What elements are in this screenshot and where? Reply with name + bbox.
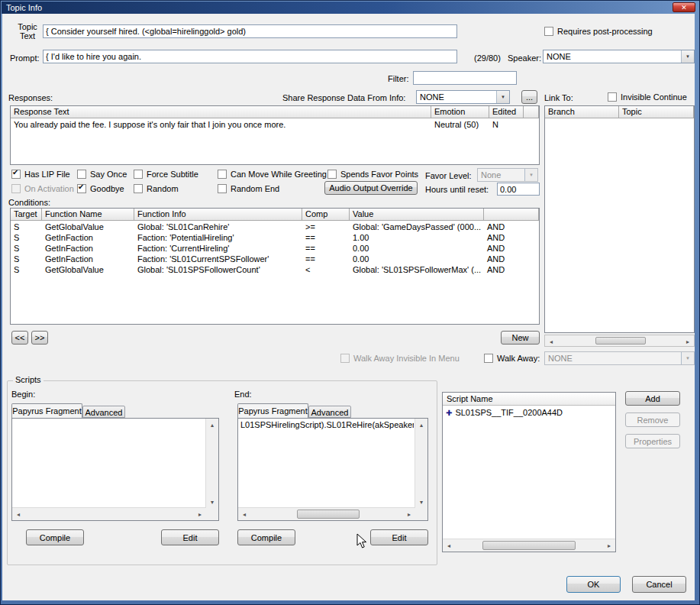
end-fragment-editor[interactable]: L01SPSHirelingScript).SL01ReHire(akSpeak… xyxy=(237,418,428,521)
end-compile-button[interactable]: Compile xyxy=(237,529,295,545)
checkbox-box xyxy=(484,354,493,363)
column-header-branch[interactable]: Branch xyxy=(545,106,619,118)
end-papyrus-fragment-tab[interactable]: Papyrus Fragment xyxy=(237,403,308,418)
script-list-header[interactable]: Script Name xyxy=(443,393,615,406)
speaker-dropdown[interactable]: NONE ▼ xyxy=(543,50,695,63)
prompt-counter: (29/80) xyxy=(474,53,501,63)
spends-favor-points-checkbox[interactable]: Spends Favor Points xyxy=(327,169,418,180)
filter-label: Filter: xyxy=(388,74,409,83)
begin-hscrollbar[interactable]: ◂ ▸ xyxy=(12,507,206,520)
column-header-edited[interactable]: Edited xyxy=(489,106,524,118)
new-condition-button[interactable]: New xyxy=(501,331,540,345)
begin-edit-button[interactable]: Edit xyxy=(161,529,219,545)
scroll-right-icon[interactable]: ▸ xyxy=(194,508,206,520)
random-checkbox[interactable]: Random xyxy=(134,183,179,194)
scroll-left-icon[interactable]: ◂ xyxy=(12,508,24,520)
script-properties-button: Properties xyxy=(625,434,680,448)
column-header-emotion[interactable]: Emotion xyxy=(431,106,489,118)
responses-label: Responses: xyxy=(8,93,53,102)
script-list-hscrollbar[interactable]: ◂ ▸ xyxy=(443,539,615,552)
force-subtitle-checkbox[interactable]: Force Subtitle xyxy=(134,169,198,180)
has-lip-file-checkbox[interactable]: ✔ Has LIP File xyxy=(11,169,70,180)
end-hscrollbar[interactable]: ◂ ▸ xyxy=(238,507,415,520)
end-vscrollbar[interactable]: ▴ ▾ xyxy=(415,419,427,508)
response-table-header: Response Text Emotion Edited xyxy=(11,106,539,118)
walk-away-dropdown: NONE ▼ xyxy=(544,351,695,365)
scroll-right-icon[interactable]: ▸ xyxy=(603,539,615,552)
begin-fragment-text[interactable] xyxy=(15,420,205,506)
condition-row[interactable]: S GetInFaction Faction: 'CurrentHireling… xyxy=(11,244,539,254)
scroll-right-icon[interactable]: ▸ xyxy=(682,335,694,348)
ok-button[interactable]: OK xyxy=(566,576,621,593)
begin-papyrus-fragment-tab[interactable]: Papyrus Fragment xyxy=(11,403,82,418)
checkbox-box xyxy=(218,170,227,179)
end-advanced-tab[interactable]: Advanced xyxy=(308,406,351,418)
scrollbar-thumb[interactable] xyxy=(595,337,646,345)
scroll-left-icon[interactable]: ◂ xyxy=(545,335,557,348)
checkbox-box xyxy=(218,184,227,193)
prompt-input[interactable] xyxy=(43,50,457,63)
column-header-value[interactable]: Value xyxy=(350,209,484,221)
column-header-function-name[interactable]: Function Name xyxy=(42,209,134,221)
scrollbar-corner xyxy=(206,508,218,520)
check-icon: ✔ xyxy=(78,183,84,191)
invisible-continue-checkbox[interactable]: Invisible Continue xyxy=(608,92,687,102)
hours-until-reset-input[interactable] xyxy=(497,183,540,196)
share-response-dropdown[interactable]: NONE ▼ xyxy=(416,90,510,104)
topic-text-input[interactable] xyxy=(43,24,457,38)
scripts-group-label: Scripts xyxy=(13,375,44,384)
condition-move-up-button[interactable]: << xyxy=(11,331,28,345)
condition-row[interactable]: S GetInFaction Faction: 'PotentialHireli… xyxy=(11,233,539,244)
audio-output-override-button[interactable]: Audio Output Override xyxy=(324,181,418,195)
favor-level-dropdown: None ▼ xyxy=(477,168,538,182)
column-header-operator[interactable] xyxy=(484,209,539,221)
link-to-hscrollbar[interactable]: ◂ ▸ xyxy=(544,335,695,347)
scroll-down-icon[interactable]: ▾ xyxy=(206,496,218,508)
end-label: End: xyxy=(234,390,252,399)
random-end-checkbox[interactable]: Random End xyxy=(218,183,279,194)
scroll-left-icon[interactable]: ◂ xyxy=(443,539,455,552)
scroll-right-icon[interactable]: ▸ xyxy=(403,508,415,520)
scroll-up-icon[interactable]: ▴ xyxy=(415,419,427,431)
scrollbar-thumb[interactable] xyxy=(297,510,360,519)
scrollbar-thumb[interactable] xyxy=(482,541,576,550)
condition-row[interactable]: S GetInFaction Faction: 'SL01CurrentSPSF… xyxy=(11,254,539,265)
column-header-topic[interactable]: Topic xyxy=(619,106,694,118)
script-list-item[interactable]: ✚ SL01SPS__TIF__0200A44D xyxy=(443,406,615,419)
begin-fragment-editor[interactable]: ▴ ▾ ◂ ▸ xyxy=(11,418,219,521)
begin-label: Begin: xyxy=(11,390,35,399)
filter-input[interactable] xyxy=(413,71,517,85)
scroll-up-icon[interactable]: ▴ xyxy=(206,419,218,431)
end-edit-button[interactable]: Edit xyxy=(370,529,428,545)
column-header-comp[interactable]: Comp xyxy=(302,209,350,221)
condition-row[interactable]: S GetGlobalValue Global: 'SL01SPSFollowe… xyxy=(11,265,539,276)
column-header-function-info[interactable]: Function Info xyxy=(134,209,302,221)
goodbye-checkbox[interactable]: ✔ Goodbye xyxy=(77,183,124,194)
begin-compile-button[interactable]: Compile xyxy=(26,529,84,545)
condition-move-down-button[interactable]: >> xyxy=(31,331,48,345)
walk-away-checkbox[interactable]: Walk Away: xyxy=(484,353,540,364)
checkbox-box xyxy=(134,170,143,179)
conditions-table-header: Target Function Name Function Info Comp … xyxy=(11,209,539,221)
share-browse-button[interactable]: ... xyxy=(521,90,537,104)
condition-row[interactable]: S GetGlobalValue Global: 'SL01CanRehire'… xyxy=(11,221,539,233)
scroll-down-icon[interactable]: ▾ xyxy=(415,496,427,508)
requires-post-processing-checkbox[interactable]: Requires post-processing xyxy=(544,26,653,37)
response-row[interactable]: You already paid the fee. I suppose it's… xyxy=(11,118,539,131)
begin-advanced-tab[interactable]: Advanced xyxy=(82,406,125,418)
column-header-response-text[interactable]: Response Text xyxy=(11,106,431,118)
close-button[interactable]: ✕ xyxy=(673,2,695,12)
link-to-label: Link To: xyxy=(544,93,573,102)
cancel-button[interactable]: Cancel xyxy=(632,576,686,593)
say-once-checkbox[interactable]: Say Once xyxy=(77,169,127,180)
begin-vscrollbar[interactable]: ▴ ▾ xyxy=(205,419,218,508)
conditions-table: Target Function Name Function Info Comp … xyxy=(10,208,540,325)
chevron-down-icon: ▼ xyxy=(681,352,694,364)
scroll-left-icon[interactable]: ◂ xyxy=(238,508,250,520)
end-fragment-text[interactable]: L01SPSHirelingScript).SL01ReHire(akSpeak… xyxy=(240,420,414,506)
can-move-while-greeting-checkbox[interactable]: Can Move While Greeting xyxy=(218,169,327,180)
titlebar[interactable]: Topic Info xyxy=(2,2,698,14)
chevron-down-icon: ▼ xyxy=(524,169,537,181)
column-header-target[interactable]: Target xyxy=(11,209,42,221)
add-script-button[interactable]: Add xyxy=(625,391,680,406)
